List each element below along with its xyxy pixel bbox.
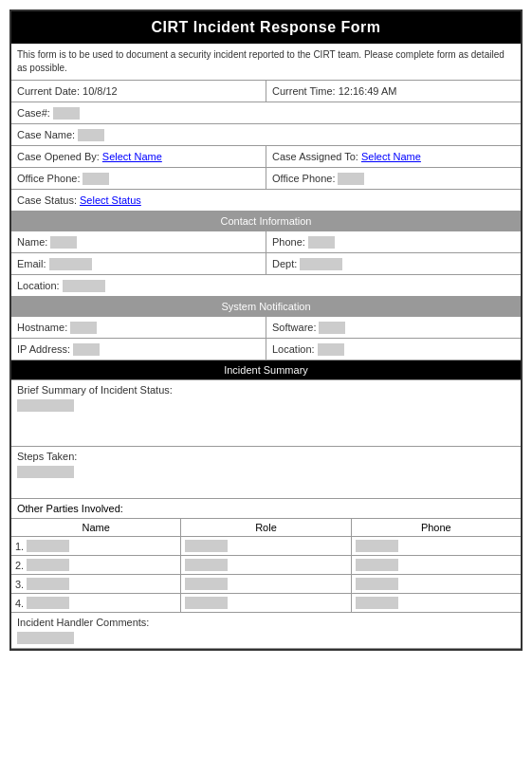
contact-section-header: Contact Information (11, 212, 521, 231)
case-number-label: Case#: (17, 107, 50, 119)
case-status-row: Case Status: Select Status (11, 190, 521, 212)
table-header-name: Name (11, 519, 181, 536)
contact-location-input[interactable] (63, 280, 105, 292)
table-row1-phone-cell (352, 537, 521, 555)
table-row2-name-cell: 2. (11, 556, 181, 574)
case-status-label: Case Status: (17, 194, 77, 206)
system-ip-location-row: IP Address: Location: (11, 339, 521, 360)
contact-location-label: Location: (17, 280, 60, 291)
system-hostname-input[interactable] (70, 322, 97, 334)
table-header-row: Name Role Phone (11, 519, 521, 537)
row3-name-input[interactable] (27, 578, 69, 590)
steps-taken-row: Steps Taken: (11, 447, 521, 499)
contact-phone-cell: Phone: (266, 231, 521, 252)
system-hostname-label: Hostname: (17, 322, 67, 333)
case-status-select[interactable]: Select Status (80, 194, 141, 206)
system-location-label: Location: (272, 343, 315, 355)
case-status-cell: Case Status: Select Status (11, 190, 521, 211)
row3-role-input[interactable] (185, 578, 228, 590)
system-location-input[interactable] (318, 343, 344, 356)
contact-email-input[interactable] (49, 258, 92, 270)
incident-handler-input[interactable] (17, 632, 74, 644)
contact-phone-input[interactable] (308, 236, 335, 249)
case-assigned-label: Case Assigned To: (272, 151, 358, 162)
table-row: 3. (11, 575, 521, 594)
incident-handler-row: Incident Handler Comments: (11, 613, 521, 649)
row4-name-input[interactable] (27, 597, 69, 609)
row2-role-input[interactable] (185, 559, 228, 571)
row1-phone-input[interactable] (356, 540, 398, 552)
form-description: This form is to be used to document a se… (11, 44, 521, 81)
current-date-label: Current Date: (17, 85, 80, 97)
table-row3-name-cell: 3. (11, 575, 181, 593)
table-row3-role-cell (181, 575, 351, 593)
office-phone2-input[interactable] (338, 173, 364, 185)
row2-num: 2. (15, 560, 24, 571)
table-header-phone: Phone (352, 519, 521, 536)
case-name-label: Case Name: (17, 129, 75, 140)
system-ip-label: IP Address: (17, 343, 70, 355)
row3-phone-input[interactable] (356, 578, 398, 590)
contact-phone-label: Phone: (272, 236, 305, 248)
table-row: 2. (11, 556, 521, 575)
system-location-cell: Location: (266, 339, 521, 360)
case-name-input[interactable] (78, 129, 104, 141)
case-number-input[interactable] (53, 107, 80, 120)
table-row2-phone-cell (352, 556, 521, 574)
contact-email-cell: Email: (11, 253, 266, 274)
table-row: 4. (11, 594, 521, 613)
incident-section-header: Incident Summary (11, 360, 521, 380)
table-row: 1. (11, 537, 521, 556)
contact-location-cell: Location: (11, 275, 521, 296)
brief-summary-input[interactable] (17, 399, 74, 412)
date-time-row: Current Date: 10/8/12 Current Time: 12:1… (11, 81, 521, 102)
steps-taken-input[interactable] (17, 466, 74, 478)
row4-role-input[interactable] (185, 597, 228, 609)
contact-name-input[interactable] (50, 236, 77, 249)
system-software-input[interactable] (319, 322, 345, 334)
row2-name-input[interactable] (27, 559, 69, 571)
table-row1-role-cell (181, 537, 351, 555)
contact-dept-input[interactable] (300, 258, 342, 270)
office-phone-row: Office Phone: Office Phone: (11, 168, 521, 190)
contact-name-cell: Name: (11, 231, 266, 252)
brief-summary-row: Brief Summary of Incident Status: (11, 380, 521, 447)
brief-summary-label: Brief Summary of Incident Status: (17, 384, 515, 396)
row1-name-input[interactable] (27, 540, 69, 552)
system-section-header: System Notification (11, 297, 521, 317)
system-software-cell: Software: (266, 317, 521, 338)
row1-num: 1. (15, 541, 24, 552)
incident-handler-label: Incident Handler Comments: (17, 617, 149, 628)
office-phone2-cell: Office Phone: (266, 168, 521, 189)
current-time-value: 12:16:49 AM (339, 85, 397, 97)
case-opened-cell: Case Opened By: Select Name (11, 146, 266, 167)
case-assigned-select[interactable]: Select Name (361, 151, 421, 162)
contact-name-phone-row: Name: Phone: (11, 231, 521, 253)
office-phone2-label: Office Phone: (272, 173, 335, 184)
case-name-cell: Case Name: (11, 124, 521, 145)
case-opened-assigned-row: Case Opened By: Select Name Case Assigne… (11, 146, 521, 168)
case-number-cell: Case#: (11, 102, 521, 123)
office-phone1-input[interactable] (83, 173, 109, 185)
case-assigned-cell: Case Assigned To: Select Name (266, 146, 521, 167)
system-hostname-software-row: Hostname: Software: (11, 317, 521, 339)
row4-num: 4. (15, 598, 24, 609)
table-row3-phone-cell (352, 575, 521, 593)
system-ip-input[interactable] (73, 343, 100, 356)
form-title: CIRT Incident Response Form (11, 11, 521, 44)
table-row4-role-cell (181, 594, 351, 612)
office-phone1-label: Office Phone: (17, 173, 80, 184)
row2-phone-input[interactable] (356, 559, 398, 571)
system-ip-cell: IP Address: (11, 339, 266, 360)
current-date-cell: Current Date: 10/8/12 (11, 81, 266, 102)
contact-email-label: Email: (17, 258, 46, 269)
row1-role-input[interactable] (185, 540, 228, 552)
contact-email-dept-row: Email: Dept: (11, 253, 521, 275)
row4-phone-input[interactable] (356, 597, 398, 609)
contact-dept-cell: Dept: (266, 253, 521, 274)
case-opened-select[interactable]: Select Name (102, 151, 162, 162)
system-hostname-cell: Hostname: (11, 317, 266, 338)
steps-taken-label: Steps Taken: (17, 451, 515, 462)
contact-location-row: Location: (11, 275, 521, 297)
row3-num: 3. (15, 579, 24, 590)
